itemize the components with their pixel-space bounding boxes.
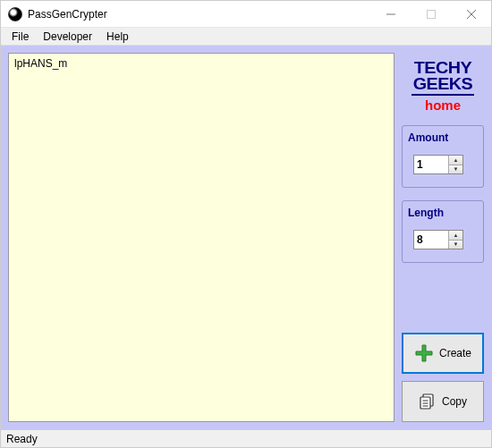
- brand-line1: TECHY: [397, 60, 488, 76]
- window-controls: [370, 1, 491, 27]
- amount-down-button[interactable]: ▼: [449, 165, 462, 174]
- length-label: Length: [408, 207, 478, 230]
- amount-up-button[interactable]: ▲: [449, 156, 462, 165]
- plus-icon: [414, 343, 434, 363]
- output-panel: [8, 53, 394, 422]
- length-down-button[interactable]: ▼: [449, 241, 462, 249]
- brand-divider: [411, 94, 474, 96]
- length-up-button[interactable]: ▲: [449, 231, 462, 241]
- amount-label: Amount: [408, 131, 478, 155]
- copy-button[interactable]: Copy: [402, 381, 484, 422]
- maximize-icon: [427, 10, 436, 19]
- app-icon: [8, 7, 22, 21]
- client-area: TECHY GEEKS home Amount ▲ ▼ Length ▲ ▼: [1, 46, 491, 429]
- spacer: [402, 270, 484, 325]
- window-title: PassGenCrypter: [28, 8, 107, 21]
- amount-spinner: ▲ ▼: [413, 155, 463, 174]
- create-button[interactable]: Create: [402, 333, 484, 374]
- create-button-label: Create: [439, 347, 471, 359]
- output-textarea[interactable]: [9, 54, 394, 421]
- amount-group: Amount ▲ ▼: [402, 125, 484, 188]
- menu-developer[interactable]: Developer: [36, 29, 99, 45]
- length-group: Length ▲ ▼: [402, 200, 484, 263]
- menu-help[interactable]: Help: [99, 29, 136, 45]
- copy-icon: [419, 393, 437, 410]
- status-bar: Ready: [1, 429, 491, 447]
- brand-logo: TECHY GEEKS home: [402, 53, 484, 113]
- amount-input[interactable]: [414, 156, 448, 173]
- side-panel: TECHY GEEKS home Amount ▲ ▼ Length ▲ ▼: [402, 53, 484, 422]
- minimize-icon: [386, 10, 395, 19]
- menu-file[interactable]: File: [4, 29, 36, 45]
- title-bar: PassGenCrypter: [1, 1, 491, 28]
- minimize-button[interactable]: [370, 1, 411, 27]
- status-text: Ready: [6, 433, 38, 445]
- maximize-button[interactable]: [411, 1, 451, 27]
- copy-button-label: Copy: [442, 395, 467, 408]
- close-button[interactable]: [451, 1, 491, 27]
- menu-bar: File Developer Help: [1, 28, 491, 46]
- svg-rect-1: [427, 10, 435, 18]
- length-spinner: ▲ ▼: [413, 230, 463, 249]
- amount-spin-buttons: ▲ ▼: [448, 156, 462, 173]
- close-icon: [467, 10, 476, 19]
- length-spin-buttons: ▲ ▼: [448, 231, 462, 249]
- brand-line2: GEEKS: [397, 76, 488, 92]
- brand-line3: home: [402, 97, 484, 113]
- length-input[interactable]: [414, 231, 448, 249]
